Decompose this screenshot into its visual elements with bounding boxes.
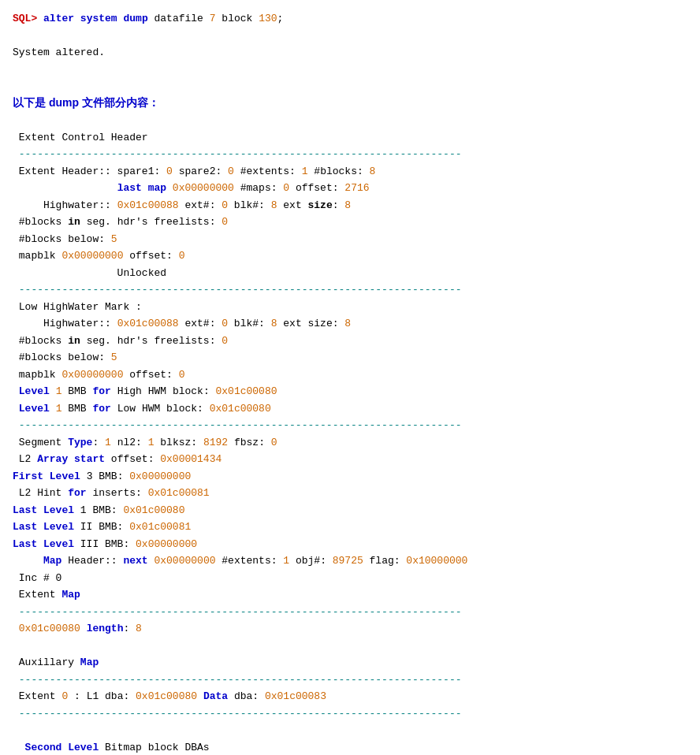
- separator-1: ----------------------------------------…: [13, 147, 687, 162]
- sql-prompt: SQL>: [13, 13, 37, 24]
- l2-hint-inserts: L2 Hint for inserts: 0x01c00081: [13, 485, 687, 501]
- blocks-freelists-line: #blocks in seg. hdr's freelists: 0: [13, 214, 687, 230]
- sql-value-130: 130: [259, 13, 277, 24]
- separator-5: ----------------------------------------…: [13, 672, 687, 688]
- separator-3: ----------------------------------------…: [13, 418, 687, 433]
- mapblk-line1: mapblk 0x00000000 offset: 0: [13, 248, 687, 264]
- unlocked-line: Unlocked: [13, 266, 687, 281]
- extent-map-value: 0x01c00080 length: 8: [13, 621, 687, 637]
- low-highwater-section: ----------------------------------------…: [13, 282, 687, 416]
- extent-control-section: Extent Control Header ------------------…: [13, 130, 687, 281]
- blocks-freelists-line2: #blocks in seg. hdr's freelists: 0: [13, 333, 687, 349]
- system-altered-text: System altered.: [13, 46, 105, 58]
- sql-command-line: SQL> alter system dump datafile 7 block …: [13, 11, 687, 27]
- last-level-1-bmb: Last Level 1 BMB: 0x01c00080: [13, 503, 687, 519]
- level1-bmb-low: Level 1 BMB for Low HWM block: 0x01c0008…: [13, 401, 687, 417]
- sql-keyword-dump: dump: [123, 13, 147, 24]
- sql-value-7: 7: [210, 13, 216, 24]
- chinese-header-text: 以下是 dump 文件部分内容：: [13, 96, 159, 109]
- separator-6: ----------------------------------------…: [13, 706, 687, 722]
- sql-alter: [37, 13, 43, 24]
- highwater-line1: Highwater:: 0x01c00088 ext#: 0 blk#: 8 e…: [13, 198, 687, 214]
- blocks-below-line2: #blocks below: 5: [13, 350, 687, 366]
- map-header-line: Map Header:: next 0x00000000 #extents: 1…: [13, 553, 687, 569]
- first-level-bmb: First Level 3 BMB: 0x00000000: [13, 469, 687, 485]
- segment-section: ----------------------------------------…: [13, 418, 687, 603]
- level1-bmb-high: Level 1 BMB for High HWM block: 0x01c000…: [13, 384, 687, 400]
- blocks-below-line1: #blocks below: 5: [13, 232, 687, 247]
- second-level-section: Second Level Bitmap block DBAs ---------…: [13, 740, 687, 756]
- last-level-3-bmb: Last Level III BMB: 0x00000000: [13, 537, 687, 552]
- sql-keyword-alter: alter: [43, 13, 74, 24]
- inc-line: Inc # 0: [13, 571, 687, 586]
- aux-map-extent: Extent 0 : L1 dba: 0x01c00080 Data dba: …: [13, 689, 687, 705]
- aux-map-section: Auxillary Map --------------------------…: [13, 655, 687, 721]
- separator-4: ----------------------------------------…: [13, 604, 687, 620]
- highwater-line2: Highwater:: 0x01c00088 ext#: 0 blk#: 8 e…: [13, 316, 687, 332]
- l2-array-start: L2 Array start offset: 0x00001434: [13, 452, 687, 467]
- segment-type-line: Segment Type: 1 nl2: 1 blksz: 8192 fbsz:…: [13, 435, 687, 451]
- terminal-output: SQL> alter system dump datafile 7 block …: [13, 11, 687, 755]
- last-map-line: last map 0x00000000 #maps: 0 offset: 271…: [13, 180, 687, 196]
- extent-map-section: ----------------------------------------…: [13, 604, 687, 637]
- mapblk-line2: mapblk 0x00000000 offset: 0: [13, 367, 687, 383]
- second-level-title: Second Level Bitmap block DBAs: [13, 740, 687, 756]
- extent-control-title: Extent Control Header: [13, 130, 687, 146]
- chinese-header: 以下是 dump 文件部分内容：: [13, 95, 687, 112]
- aux-map-title: Auxillary Map: [13, 655, 687, 671]
- separator-2: ----------------------------------------…: [13, 282, 687, 298]
- sql-keyword-system: system: [80, 13, 117, 24]
- extent-map-title: Extent Map: [13, 587, 687, 603]
- last-level-2-bmb: Last Level II BMB: 0x01c00081: [13, 519, 687, 535]
- system-altered: System altered.: [13, 45, 687, 61]
- low-highwater-title: Low HighWater Mark :: [13, 299, 687, 315]
- extent-header-line: Extent Header:: spare1: 0 spare2: 0 #ext…: [13, 164, 687, 180]
